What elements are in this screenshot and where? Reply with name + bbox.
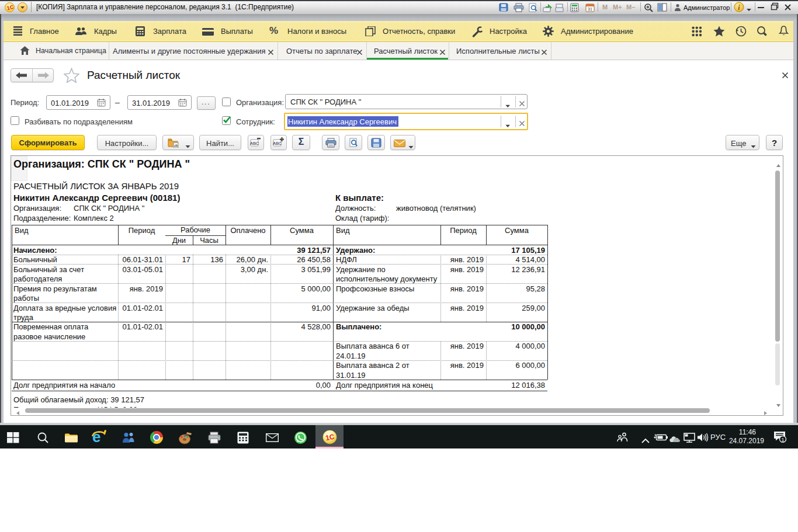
svg-text:АВС: АВС	[250, 141, 259, 146]
svg-text:31: 31	[588, 7, 592, 11]
svg-text:АВС: АВС	[273, 141, 282, 146]
svg-text:1С: 1С	[325, 433, 335, 443]
svg-text:1: 1	[781, 437, 784, 443]
